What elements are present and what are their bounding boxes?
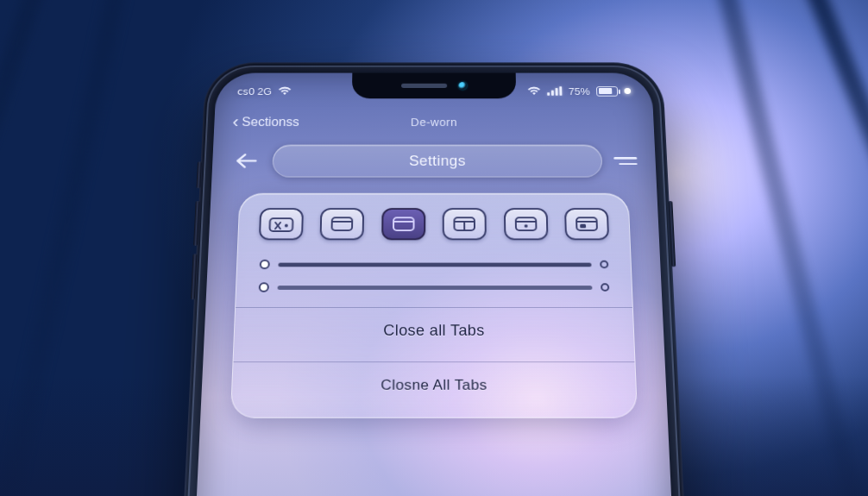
title-pill[interactable]: Settings — [272, 145, 602, 178]
battery-text: 75% — [569, 85, 590, 97]
slider-end-icon — [601, 283, 609, 292]
window-icon — [330, 216, 355, 233]
nav-title: De-worn — [411, 116, 457, 129]
back-label: Sectionss — [242, 116, 299, 129]
window-alt-icon — [575, 216, 599, 233]
carrier-text: ᴄꜱ0 2G — [237, 85, 273, 97]
settings-card: Close all Tabs Closne All Tabs — [230, 193, 638, 418]
recording-indicator-icon — [624, 88, 631, 94]
tab-option-6[interactable] — [564, 208, 609, 240]
earpiece — [401, 84, 447, 88]
menu-icon — [613, 157, 637, 159]
pill-title: Settings — [409, 153, 466, 169]
slider-end-icon — [600, 261, 608, 268]
nav-bar: ‹ Sectionss De-worn — [214, 110, 654, 135]
slider-track — [278, 286, 593, 290]
wifi-icon — [527, 86, 540, 96]
svg-rect-14 — [580, 224, 586, 229]
action-label: Close all Tabs — [383, 322, 485, 339]
slider-start-icon — [260, 260, 270, 269]
tab-option-1[interactable] — [259, 208, 304, 240]
chevron-left-icon: ‹ — [232, 114, 239, 131]
volume-up-button — [193, 201, 199, 246]
svg-point-11 — [524, 224, 527, 228]
phone-frame: ᴄꜱ0 2G 75% ‹ Sectionss De-worn — [178, 62, 691, 496]
close-all-tabs-button[interactable]: Close all Tabs — [251, 308, 617, 353]
svg-rect-0 — [270, 218, 293, 231]
tab-option-3-selected[interactable] — [381, 208, 425, 240]
tab-row — [255, 208, 613, 253]
wifi-icon — [278, 86, 292, 96]
slider-start-icon — [259, 282, 269, 292]
battery-icon — [596, 86, 618, 96]
tab-option-5[interactable] — [503, 208, 548, 240]
menu-button[interactable] — [613, 157, 637, 165]
close-all-tabs-button-2[interactable]: Closne All Tabs — [249, 362, 620, 409]
slider-2[interactable] — [253, 276, 614, 299]
svg-rect-2 — [332, 217, 353, 230]
mute-switch — [196, 161, 201, 188]
phone-screen: ᴄꜱ0 2G 75% ‹ Sectionss De-worn — [191, 73, 677, 496]
window-split-icon — [453, 216, 477, 233]
slider-track — [278, 262, 591, 267]
close-tab-icon — [268, 216, 294, 233]
power-button — [668, 201, 676, 267]
tab-option-4[interactable] — [443, 208, 487, 240]
window-selected-icon — [392, 216, 416, 233]
arrow-left-icon — [235, 153, 257, 168]
slider-1[interactable] — [254, 253, 613, 275]
window-dot-icon — [513, 216, 538, 233]
svg-rect-12 — [576, 217, 597, 230]
svg-rect-9 — [515, 217, 536, 230]
svg-rect-4 — [393, 217, 414, 230]
action-label: Closne All Tabs — [381, 377, 487, 394]
signal-icon — [547, 86, 562, 96]
notch — [352, 73, 516, 99]
front-camera — [458, 82, 467, 90]
svg-point-1 — [285, 224, 288, 228]
tab-option-2[interactable] — [320, 208, 365, 240]
volume-down-button — [191, 254, 198, 299]
pill-back-button[interactable] — [230, 147, 261, 175]
back-button[interactable]: ‹ Sectionss — [232, 114, 299, 131]
